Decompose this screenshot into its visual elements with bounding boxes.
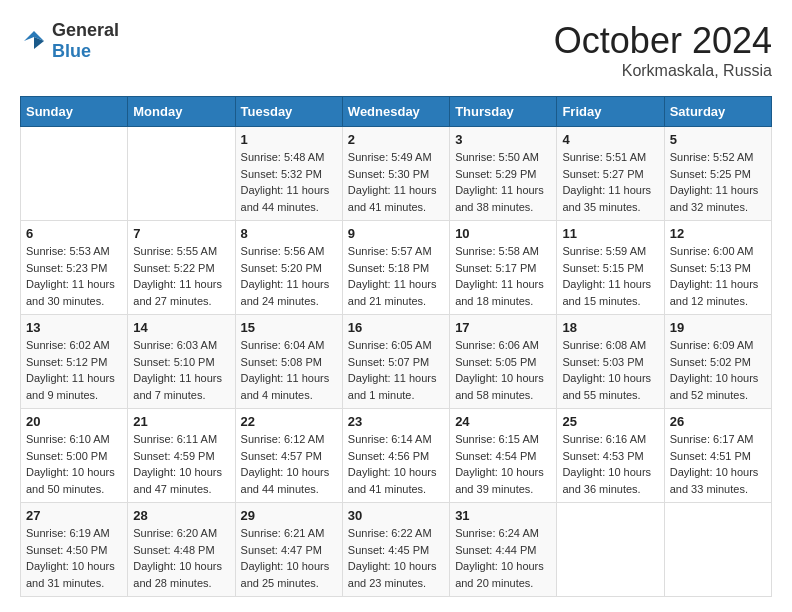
day-number: 8: [241, 226, 337, 241]
day-info: Sunrise: 5:49 AM Sunset: 5:30 PM Dayligh…: [348, 149, 444, 215]
calendar-cell: [664, 503, 771, 597]
day-info: Sunrise: 5:55 AM Sunset: 5:22 PM Dayligh…: [133, 243, 229, 309]
calendar-cell: 7Sunrise: 5:55 AM Sunset: 5:22 PM Daylig…: [128, 221, 235, 315]
day-info: Sunrise: 5:52 AM Sunset: 5:25 PM Dayligh…: [670, 149, 766, 215]
day-info: Sunrise: 5:53 AM Sunset: 5:23 PM Dayligh…: [26, 243, 122, 309]
calendar-body: 1Sunrise: 5:48 AM Sunset: 5:32 PM Daylig…: [21, 127, 772, 597]
calendar-cell: 16Sunrise: 6:05 AM Sunset: 5:07 PM Dayli…: [342, 315, 449, 409]
day-info: Sunrise: 6:05 AM Sunset: 5:07 PM Dayligh…: [348, 337, 444, 403]
calendar-cell: 4Sunrise: 5:51 AM Sunset: 5:27 PM Daylig…: [557, 127, 664, 221]
calendar-cell: 26Sunrise: 6:17 AM Sunset: 4:51 PM Dayli…: [664, 409, 771, 503]
day-number: 12: [670, 226, 766, 241]
calendar-table: SundayMondayTuesdayWednesdayThursdayFrid…: [20, 96, 772, 597]
calendar-cell: 22Sunrise: 6:12 AM Sunset: 4:57 PM Dayli…: [235, 409, 342, 503]
day-info: Sunrise: 6:22 AM Sunset: 4:45 PM Dayligh…: [348, 525, 444, 591]
calendar-cell: [21, 127, 128, 221]
calendar-cell: 24Sunrise: 6:15 AM Sunset: 4:54 PM Dayli…: [450, 409, 557, 503]
day-number: 9: [348, 226, 444, 241]
day-info: Sunrise: 6:19 AM Sunset: 4:50 PM Dayligh…: [26, 525, 122, 591]
day-number: 15: [241, 320, 337, 335]
week-row-1: 1Sunrise: 5:48 AM Sunset: 5:32 PM Daylig…: [21, 127, 772, 221]
day-number: 28: [133, 508, 229, 523]
day-number: 5: [670, 132, 766, 147]
day-number: 10: [455, 226, 551, 241]
day-number: 14: [133, 320, 229, 335]
day-number: 30: [348, 508, 444, 523]
day-info: Sunrise: 6:08 AM Sunset: 5:03 PM Dayligh…: [562, 337, 658, 403]
day-number: 11: [562, 226, 658, 241]
calendar-cell: 27Sunrise: 6:19 AM Sunset: 4:50 PM Dayli…: [21, 503, 128, 597]
day-info: Sunrise: 5:51 AM Sunset: 5:27 PM Dayligh…: [562, 149, 658, 215]
day-info: Sunrise: 6:12 AM Sunset: 4:57 PM Dayligh…: [241, 431, 337, 497]
week-row-2: 6Sunrise: 5:53 AM Sunset: 5:23 PM Daylig…: [21, 221, 772, 315]
week-row-3: 13Sunrise: 6:02 AM Sunset: 5:12 PM Dayli…: [21, 315, 772, 409]
calendar-cell: 29Sunrise: 6:21 AM Sunset: 4:47 PM Dayli…: [235, 503, 342, 597]
calendar-header-row: SundayMondayTuesdayWednesdayThursdayFrid…: [21, 97, 772, 127]
day-info: Sunrise: 6:10 AM Sunset: 5:00 PM Dayligh…: [26, 431, 122, 497]
calendar-cell: 1Sunrise: 5:48 AM Sunset: 5:32 PM Daylig…: [235, 127, 342, 221]
calendar-cell: 2Sunrise: 5:49 AM Sunset: 5:30 PM Daylig…: [342, 127, 449, 221]
calendar-cell: 21Sunrise: 6:11 AM Sunset: 4:59 PM Dayli…: [128, 409, 235, 503]
calendar-cell: [557, 503, 664, 597]
calendar-cell: 13Sunrise: 6:02 AM Sunset: 5:12 PM Dayli…: [21, 315, 128, 409]
day-info: Sunrise: 6:00 AM Sunset: 5:13 PM Dayligh…: [670, 243, 766, 309]
day-info: Sunrise: 6:20 AM Sunset: 4:48 PM Dayligh…: [133, 525, 229, 591]
calendar-cell: 28Sunrise: 6:20 AM Sunset: 4:48 PM Dayli…: [128, 503, 235, 597]
day-info: Sunrise: 5:50 AM Sunset: 5:29 PM Dayligh…: [455, 149, 551, 215]
day-number: 26: [670, 414, 766, 429]
logo-icon: [20, 27, 48, 55]
day-number: 6: [26, 226, 122, 241]
header-day-friday: Friday: [557, 97, 664, 127]
day-info: Sunrise: 5:59 AM Sunset: 5:15 PM Dayligh…: [562, 243, 658, 309]
calendar-cell: 23Sunrise: 6:14 AM Sunset: 4:56 PM Dayli…: [342, 409, 449, 503]
day-number: 18: [562, 320, 658, 335]
calendar-cell: 25Sunrise: 6:16 AM Sunset: 4:53 PM Dayli…: [557, 409, 664, 503]
calendar-cell: 9Sunrise: 5:57 AM Sunset: 5:18 PM Daylig…: [342, 221, 449, 315]
calendar-cell: 8Sunrise: 5:56 AM Sunset: 5:20 PM Daylig…: [235, 221, 342, 315]
logo-general: General: [52, 20, 119, 40]
calendar-cell: 31Sunrise: 6:24 AM Sunset: 4:44 PM Dayli…: [450, 503, 557, 597]
day-number: 17: [455, 320, 551, 335]
day-info: Sunrise: 5:57 AM Sunset: 5:18 PM Dayligh…: [348, 243, 444, 309]
day-info: Sunrise: 5:56 AM Sunset: 5:20 PM Dayligh…: [241, 243, 337, 309]
header-day-wednesday: Wednesday: [342, 97, 449, 127]
day-number: 21: [133, 414, 229, 429]
day-number: 16: [348, 320, 444, 335]
day-info: Sunrise: 6:15 AM Sunset: 4:54 PM Dayligh…: [455, 431, 551, 497]
location: Korkmaskala, Russia: [554, 62, 772, 80]
header-day-thursday: Thursday: [450, 97, 557, 127]
calendar-cell: 5Sunrise: 5:52 AM Sunset: 5:25 PM Daylig…: [664, 127, 771, 221]
day-number: 25: [562, 414, 658, 429]
calendar-cell: 30Sunrise: 6:22 AM Sunset: 4:45 PM Dayli…: [342, 503, 449, 597]
header-day-saturday: Saturday: [664, 97, 771, 127]
header-day-monday: Monday: [128, 97, 235, 127]
calendar-cell: 18Sunrise: 6:08 AM Sunset: 5:03 PM Dayli…: [557, 315, 664, 409]
calendar-cell: 15Sunrise: 6:04 AM Sunset: 5:08 PM Dayli…: [235, 315, 342, 409]
day-info: Sunrise: 6:02 AM Sunset: 5:12 PM Dayligh…: [26, 337, 122, 403]
calendar-cell: 12Sunrise: 6:00 AM Sunset: 5:13 PM Dayli…: [664, 221, 771, 315]
day-info: Sunrise: 6:03 AM Sunset: 5:10 PM Dayligh…: [133, 337, 229, 403]
header-day-tuesday: Tuesday: [235, 97, 342, 127]
calendar-cell: 17Sunrise: 6:06 AM Sunset: 5:05 PM Dayli…: [450, 315, 557, 409]
day-number: 4: [562, 132, 658, 147]
title-area: October 2024 Korkmaskala, Russia: [554, 20, 772, 80]
day-info: Sunrise: 6:14 AM Sunset: 4:56 PM Dayligh…: [348, 431, 444, 497]
day-number: 31: [455, 508, 551, 523]
day-number: 1: [241, 132, 337, 147]
calendar-cell: 3Sunrise: 5:50 AM Sunset: 5:29 PM Daylig…: [450, 127, 557, 221]
calendar-cell: 11Sunrise: 5:59 AM Sunset: 5:15 PM Dayli…: [557, 221, 664, 315]
day-number: 24: [455, 414, 551, 429]
day-info: Sunrise: 6:16 AM Sunset: 4:53 PM Dayligh…: [562, 431, 658, 497]
day-number: 13: [26, 320, 122, 335]
calendar-cell: 20Sunrise: 6:10 AM Sunset: 5:00 PM Dayli…: [21, 409, 128, 503]
day-info: Sunrise: 6:17 AM Sunset: 4:51 PM Dayligh…: [670, 431, 766, 497]
calendar-cell: [128, 127, 235, 221]
day-number: 27: [26, 508, 122, 523]
day-info: Sunrise: 5:58 AM Sunset: 5:17 PM Dayligh…: [455, 243, 551, 309]
day-number: 2: [348, 132, 444, 147]
day-number: 20: [26, 414, 122, 429]
day-number: 23: [348, 414, 444, 429]
day-number: 3: [455, 132, 551, 147]
week-row-5: 27Sunrise: 6:19 AM Sunset: 4:50 PM Dayli…: [21, 503, 772, 597]
day-number: 29: [241, 508, 337, 523]
